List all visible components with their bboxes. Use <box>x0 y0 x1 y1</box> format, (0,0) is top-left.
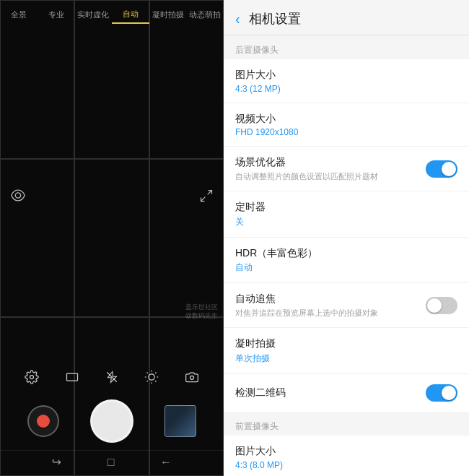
svg-point-0 <box>15 192 20 197</box>
setting-video-size-left: 视频大小 FHD 1920x1080 <box>235 112 457 138</box>
setting-autofocus-name: 自动追焦 <box>235 292 417 306</box>
setting-scene-left: 场景优化器 自动调整照片的颜色设置以匹配照片题材 <box>235 155 426 182</box>
thumbnail-image <box>165 406 196 436</box>
qr-toggle-thumb <box>442 386 456 400</box>
ratio-icon[interactable] <box>65 370 79 388</box>
setting-qr-code[interactable]: 检测二维码 <box>224 374 469 412</box>
camera-nav-bar: ↩ □ ← <box>0 450 224 473</box>
back-nav-icon[interactable]: ↩ <box>52 455 61 469</box>
svg-line-8 <box>155 381 156 381</box>
svg-point-1 <box>30 376 34 379</box>
record-dot <box>37 415 50 428</box>
setting-photo-size-left: 图片大小 4:3 (12 MP) <box>235 68 457 94</box>
camera-panel: 全景 专业 实时虚化 自动 凝时拍摄 动态萌拍 盖乐世社区 @数码先生 <box>0 0 224 476</box>
switch-camera-icon[interactable] <box>185 370 199 388</box>
toggle-thumb-off <box>427 298 442 313</box>
section-header-rear: 后置摄像头 <box>224 35 469 59</box>
qr-code-toggle[interactable] <box>426 384 457 402</box>
svg-point-4 <box>149 374 154 380</box>
camera-viewfinder[interactable]: 盖乐世社区 @数码先生 <box>0 30 224 364</box>
mode-tab-live[interactable]: 实时虚化 <box>74 7 112 23</box>
toggle-thumb <box>442 162 456 176</box>
setting-video-size-name: 视频大小 <box>235 112 449 126</box>
setting-hdr-value: 自动 <box>235 261 449 274</box>
settings-title: 相机设置 <box>249 10 301 27</box>
expand-icon <box>199 189 214 206</box>
brightness-icon[interactable] <box>144 370 159 388</box>
setting-photo-size[interactable]: 图片大小 4:3 (12 MP) <box>224 59 469 103</box>
gallery-thumbnail[interactable] <box>165 405 196 437</box>
setting-front-photo-value: 4:3 (8.0 MP) <box>235 460 449 470</box>
setting-slow-motion-name: 凝时拍摄 <box>235 337 449 351</box>
home-nav-icon[interactable]: □ <box>108 456 115 469</box>
watermark: 盖乐世社区 @数码先生 <box>185 303 218 321</box>
setting-front-photo-size[interactable]: 图片大小 4:3 (8.0 MP) <box>224 436 469 476</box>
setting-autofocus[interactable]: 自动追焦 对焦并追踪在预览屏幕上选中的拍摄对象 <box>224 283 469 328</box>
svg-line-12 <box>155 373 156 373</box>
setting-scene-optimizer[interactable]: 场景优化器 自动调整照片的颜色设置以匹配照片题材 <box>224 147 469 191</box>
settings-group-front: 图片大小 4:3 (8.0 MP) 视频大小 FHD 1920x1080 <box>224 436 469 476</box>
settings-header: ‹ 相机设置 <box>224 0 469 35</box>
setting-hdr-name: HDR（丰富色彩） <box>235 246 449 261</box>
setting-hdr[interactable]: HDR（丰富色彩） 自动 <box>224 238 469 284</box>
autofocus-toggle[interactable] <box>426 297 457 314</box>
svg-point-13 <box>190 376 194 379</box>
setting-timer-value: 关 <box>235 216 449 228</box>
camera-tools-row <box>0 364 224 394</box>
setting-slow-motion-left: 凝时拍摄 单次拍摄 <box>235 337 457 365</box>
camera-bottom-controls: ↩ □ ← <box>0 364 224 476</box>
recent-nav-icon[interactable]: ← <box>160 456 172 469</box>
setting-front-photo-name: 图片大小 <box>235 444 449 459</box>
section-header-front: 前置摄像头 <box>224 412 469 436</box>
setting-slow-motion-value: 单次拍摄 <box>235 352 449 365</box>
settings-icon[interactable] <box>25 370 39 388</box>
setting-photo-size-value: 4:3 (12 MP) <box>235 84 449 94</box>
settings-group-rear: 图片大小 4:3 (12 MP) 视频大小 FHD 1920x1080 场景优化… <box>224 59 469 412</box>
setting-qr-name: 检测二维码 <box>235 386 417 400</box>
setting-timer-left: 定时器 关 <box>235 200 457 228</box>
setting-qr-left: 检测二维码 <box>235 386 426 400</box>
shutter-button[interactable] <box>90 399 133 443</box>
mode-tab-panorama[interactable]: 全景 <box>0 7 38 23</box>
flash-off-icon[interactable] <box>105 371 118 387</box>
setting-timer[interactable]: 定时器 关 <box>224 191 469 238</box>
mode-tab-fun[interactable]: 动态萌拍 <box>186 7 224 23</box>
settings-panel: ‹ 相机设置 后置摄像头 图片大小 4:3 (12 MP) 视频大小 FHD 1… <box>224 0 469 476</box>
setting-front-photo-left: 图片大小 4:3 (8.0 MP) <box>235 444 457 470</box>
camera-mode-tabs: 全景 专业 实时虚化 自动 凝时拍摄 动态萌拍 <box>0 0 224 30</box>
scene-optimizer-toggle[interactable] <box>426 160 457 178</box>
svg-rect-2 <box>67 373 78 381</box>
svg-line-11 <box>147 381 148 381</box>
setting-autofocus-desc: 对焦并追踪在预览屏幕上选中的拍摄对象 <box>235 308 417 319</box>
setting-scene-desc: 自动调整照片的颜色设置以匹配照片题材 <box>235 171 417 182</box>
setting-hdr-left: HDR（丰富色彩） 自动 <box>235 246 457 274</box>
eye-icon <box>10 187 26 207</box>
back-button[interactable]: ‹ <box>235 11 240 27</box>
setting-video-size[interactable]: 视频大小 FHD 1920x1080 <box>224 103 469 147</box>
mode-tab-auto[interactable]: 自动 <box>112 6 149 24</box>
record-button[interactable] <box>27 405 59 437</box>
setting-autofocus-left: 自动追焦 对焦并追踪在预览屏幕上选中的拍摄对象 <box>235 292 426 319</box>
svg-line-7 <box>147 373 148 373</box>
setting-photo-size-name: 图片大小 <box>235 68 449 82</box>
setting-video-size-value: FHD 1920x1080 <box>235 127 449 137</box>
mode-tab-pro[interactable]: 专业 <box>38 7 75 23</box>
setting-scene-name: 场景优化器 <box>235 155 417 170</box>
setting-slow-motion[interactable]: 凝时拍摄 单次拍摄 <box>224 328 469 374</box>
mode-tab-slow[interactable]: 凝时拍摄 <box>149 7 187 23</box>
setting-timer-name: 定时器 <box>235 200 449 215</box>
camera-shutter-row <box>0 394 224 450</box>
